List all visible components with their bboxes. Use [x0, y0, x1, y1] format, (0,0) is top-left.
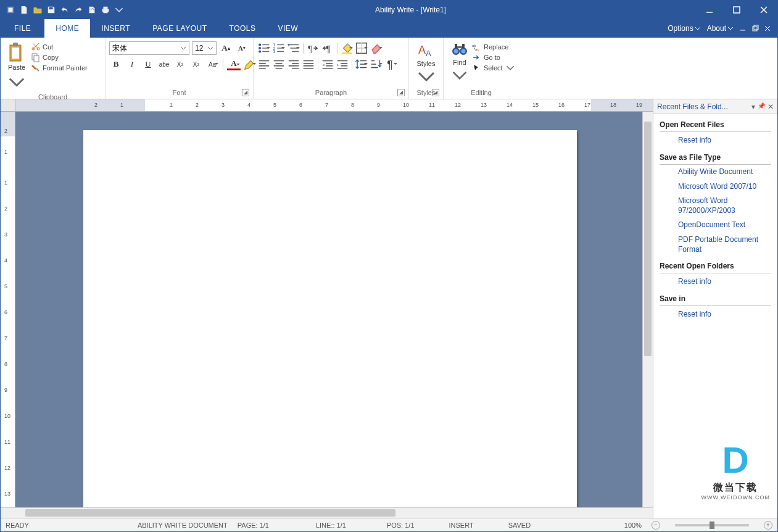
link-reset-recent-folders[interactable]: Reset info	[660, 273, 771, 289]
minimize-button[interactable]	[696, 1, 723, 19]
svg-rect-4	[104, 11, 108, 14]
superscript-button[interactable]: X2	[189, 57, 203, 71]
multilevel-button[interactable]	[287, 41, 300, 55]
tab-insert[interactable]: INSERT	[90, 19, 141, 38]
svg-text:A: A	[426, 49, 431, 58]
strikethrough-button[interactable]: abe	[157, 57, 171, 71]
justify-button[interactable]	[302, 57, 315, 71]
align-right-button[interactable]	[287, 57, 300, 71]
align-center-button[interactable]	[272, 57, 286, 71]
zoom-slider[interactable]	[675, 524, 749, 526]
increase-indent-button[interactable]	[336, 57, 349, 71]
page[interactable]	[83, 130, 577, 507]
options-menu[interactable]: Options	[666, 24, 702, 33]
paste-button[interactable]: Paste	[4, 40, 29, 92]
zoom-thumb[interactable]	[710, 522, 714, 529]
subscript-button[interactable]: X2	[173, 57, 187, 71]
app-icon[interactable]	[4, 4, 17, 16]
font-size-combo[interactable]: 12	[192, 41, 217, 55]
about-menu[interactable]: About	[705, 24, 735, 33]
paste-label: Paste	[8, 64, 25, 71]
close-button[interactable]	[750, 1, 777, 19]
rtl-button[interactable]: ¶	[321, 41, 334, 55]
mdi-restore-icon[interactable]	[750, 25, 760, 31]
replace-button[interactable]: abac Replace	[472, 43, 515, 51]
svg-point-14	[259, 47, 261, 49]
ribbon: Paste Cut Copy Format Painter	[1, 38, 777, 99]
print-icon[interactable]	[99, 4, 112, 16]
select-button[interactable]: Select	[472, 64, 515, 72]
shading-button[interactable]	[340, 41, 354, 55]
decrease-indent-button[interactable]	[321, 57, 334, 71]
styles-dialog-launcher[interactable]: ◢	[432, 89, 439, 96]
panel-pin-icon[interactable]: 📌	[758, 102, 765, 111]
grow-font-button[interactable]: A▴	[219, 41, 233, 55]
link-reset-save-in[interactable]: Reset info	[660, 306, 771, 322]
document-canvas[interactable]	[15, 112, 642, 507]
tab-file[interactable]: FILE	[1, 19, 44, 38]
find-button[interactable]: Find	[447, 40, 472, 83]
save-icon[interactable]	[45, 4, 57, 16]
redo-icon[interactable]	[72, 4, 85, 16]
vertical-ruler[interactable]: 211234567891011121314	[1, 112, 15, 507]
open-icon[interactable]	[31, 4, 44, 16]
link-pdf[interactable]: PDF Portable Document Format	[660, 233, 771, 257]
tab-page-layout[interactable]: PAGE LAYOUT	[141, 19, 218, 38]
italic-button[interactable]: I	[125, 57, 139, 71]
link-ability-write-doc[interactable]: Ability Write Document	[660, 165, 771, 180]
tab-view[interactable]: VIEW	[267, 19, 310, 38]
link-word-2007[interactable]: Microsoft Word 2007/10	[660, 180, 771, 194]
ribbon-tabs: FILE HOME INSERT PAGE LAYOUT TOOLS VIEW …	[1, 19, 777, 38]
sort-button[interactable]	[370, 57, 383, 71]
tab-home[interactable]: HOME	[44, 19, 90, 38]
underline-button[interactable]: U	[141, 57, 155, 71]
link-reset-recent-files[interactable]: Reset info	[660, 132, 771, 148]
scrollbar-thumb[interactable]	[644, 122, 652, 356]
numbering-button[interactable]: 123	[272, 41, 286, 55]
undo-icon[interactable]	[59, 4, 71, 16]
shrink-font-button[interactable]: A▾	[235, 41, 249, 55]
clear-format-button[interactable]	[370, 41, 383, 55]
bold-button[interactable]: B	[109, 57, 123, 71]
export-icon[interactable]	[86, 4, 98, 16]
paragraph-dialog-launcher[interactable]: ◢	[397, 89, 405, 96]
horizontal-scrollbar[interactable]	[15, 508, 642, 518]
zoom-out-button[interactable]: −	[652, 521, 660, 530]
vertical-scrollbar[interactable]	[642, 112, 653, 507]
borders-button[interactable]	[355, 41, 368, 55]
new-icon[interactable]	[18, 4, 30, 16]
tab-tools[interactable]: TOOLS	[218, 19, 267, 38]
mdi-minimize-icon[interactable]	[738, 25, 748, 31]
svg-rect-31	[455, 44, 457, 48]
highlight-button[interactable]	[243, 57, 257, 71]
panel-close-icon[interactable]: ✕	[768, 102, 774, 111]
cut-button[interactable]: Cut	[31, 43, 88, 51]
bullets-button[interactable]	[257, 41, 271, 55]
font-color-button[interactable]: A	[227, 58, 241, 70]
mdi-close-icon[interactable]	[763, 25, 772, 31]
link-word-97-2003[interactable]: Microsoft Word 97/2000/XP/2003	[660, 194, 771, 218]
maximize-button[interactable]	[723, 1, 750, 19]
align-left-button[interactable]	[257, 57, 271, 71]
styles-button[interactable]: AA Styles	[413, 40, 439, 86]
link-odt[interactable]: OpenDocument Text	[660, 218, 771, 233]
format-painter-button[interactable]: Format Painter	[31, 64, 88, 72]
ltr-button[interactable]: ¶	[306, 41, 320, 55]
horizontal-ruler[interactable]: 2112345678910111213141516171819	[15, 99, 653, 111]
goto-button[interactable]: Go to	[472, 53, 515, 62]
scrollbar-thumb[interactable]	[25, 509, 395, 517]
show-marks-button[interactable]: ¶	[384, 57, 398, 71]
font-dialog-launcher[interactable]: ◢	[242, 89, 249, 96]
svg-rect-12	[34, 56, 39, 62]
qat-dropdown-icon[interactable]	[113, 4, 125, 16]
status-zoom-label[interactable]: 100%	[624, 522, 642, 529]
change-case-button[interactable]: Aa	[205, 57, 219, 71]
status-insert[interactable]: INSERT	[449, 522, 474, 529]
font-name-combo[interactable]: 宋体	[109, 41, 189, 55]
line-spacing-button[interactable]	[355, 57, 368, 71]
svg-rect-9	[13, 43, 18, 46]
status-doc-type: ABILITY WRITE DOCUMENT	[138, 522, 228, 529]
copy-button[interactable]: Copy	[31, 53, 88, 62]
zoom-in-button[interactable]: +	[764, 521, 772, 530]
panel-dropdown-icon[interactable]: ▾	[751, 102, 755, 111]
